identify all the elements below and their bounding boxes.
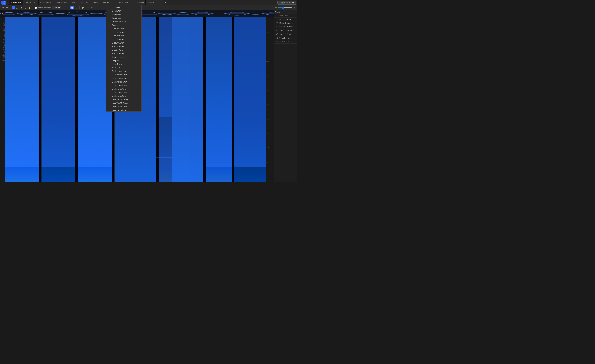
chain-dropdown-icon[interactable]: ▾ [295,11,296,13]
db-label-minus55: -5.5 [0,30,5,31]
file-item-harm2[interactable]: Lead Harm 2.wav [106,108,142,112]
tabs-overflow-btn[interactable]: ▾ [163,1,167,4]
db-label-minus25b: -2.5 [0,57,5,58]
tab-tambourine[interactable]: Tambou...e.wav [146,0,163,5]
db-label-minus6: -6 [0,31,5,32]
spectrogram-view-btn[interactable]: ▦ [70,6,74,9]
db-label-minus25: -2.5 [0,22,5,24]
file-item-tom2[interactable]: Tom2.wav [106,16,142,20]
file-item-elecgtr2[interactable]: ElecGtr2.wav [106,30,142,34]
module-interpolate[interactable]: Interpolate [274,14,298,18]
tab-close-bass[interactable]: ✕ [11,2,12,4]
gain-select[interactable]: Gain [51,6,61,9]
svg-rect-44 [277,37,277,38]
file-item-bvox3[interactable]: BackingVox3.wav [106,77,142,80]
file-item-harm1[interactable]: Lead Harm 1.wav [106,105,142,108]
freq-select-btn[interactable]: ▣ [20,6,23,9]
db-label-minus12: -12 [0,39,5,40]
module-wow-flutter[interactable]: Wow & Flutter [274,40,298,43]
mouth-declick-label: Mouth De-click [279,18,291,20]
file-item-elecgtr7[interactable]: ElecGtr7.wav [106,48,142,52]
time-select-btn[interactable]: ⬚ [15,6,19,9]
db-label-minus16: -16 [0,42,5,43]
tab-label-tambourine: Tambou...e.wav [147,2,161,4]
file-item-bvox2[interactable]: BackingVox2.wav [106,73,142,77]
svg-rect-17 [232,17,234,182]
file-item-bass[interactable]: Bass.wav [106,23,142,27]
module-music-rebalance[interactable]: Music Rebalance [274,21,298,25]
waveform-view-btn[interactable]: ▬▬ [64,6,69,9]
file-item-keys1[interactable]: Keys 1.wav [106,62,142,66]
module-spectral-recovery[interactable]: Spectral Recovery [274,29,298,32]
file-item-bvox6[interactable]: BackingVox6.wav [106,87,142,91]
db-label-minus35b: -3.5 [0,56,5,57]
file-item-bvox7[interactable]: BackingVox7.wav [106,91,142,94]
tab-elecgtr5[interactable]: ElecGtr5.wav [85,0,100,5]
file-item-bvox8[interactable]: BackingVox8.wav [106,94,142,98]
tab-elecgtr6[interactable]: ElecGtr6.wav [100,0,115,5]
pan-tool-btn[interactable]: ✋ [28,6,32,9]
svg-rect-20 [42,17,75,168]
content-wrapper: dB -1 -1.5 -2 -2.5 -3 -3.5 -4 -4.5 -5 -5… [0,10,298,182]
file-item-elecgtr1[interactable]: ElecGtr1.wav [106,27,142,30]
file-item-elecgtr6[interactable]: ElecGtr6.wav [106,45,142,48]
tab-elecgtr1[interactable]: ElecGtr1.wav [23,0,38,5]
db-label-minus13: -13 [0,40,5,41]
zoom-slider[interactable] [278,7,292,8]
tab-elecgtr7[interactable]: ElecGtr7.wav [115,0,130,5]
chain-label: Chain [275,11,280,13]
file-item-bvox4[interactable]: BackingVox4.wav [106,80,142,84]
repair-assistant-button[interactable]: Repair Assistant [277,1,296,5]
pencil-btn[interactable]: ✏ [90,6,94,9]
file-item-snare[interactable]: Snare.wav [106,9,142,13]
file-item-keys2[interactable]: Keys 2.wav [106,66,142,70]
freq-label-5k: -5k [266,133,274,134]
svg-rect-23 [159,17,172,117]
snip-btn[interactable]: ✂ [86,6,89,9]
combined-view-btn[interactable]: ⊞ [75,6,78,9]
zoom-out-h-btn[interactable]: ⊖ [274,6,278,9]
undo-btn[interactable]: ↩ [1,6,5,9]
file-item-kick[interactable]: Kick.wav [106,6,142,9]
file-item-loop[interactable]: Loop.wav [106,59,142,62]
zoom-in-h-btn[interactable]: ⊕ [293,6,297,9]
spectral-denoise-icon [276,26,278,28]
module-voice-denoise[interactable]: Voice De-noise [274,36,298,40]
module-spectral-repair[interactable]: Spectral Repair [274,32,298,36]
db-label-minus45b: -4.5 [0,55,5,56]
comment-btn[interactable]: 💬 [81,6,85,9]
tab-elecgtr8[interactable]: ElecGtr8.wav [130,0,146,5]
file-item-leadvox2[interactable]: LeadVoxDT 2.wav [106,101,142,105]
tab-elecgtr3[interactable]: ElecGtr3.wav [54,0,69,5]
file-item-elecgtr3[interactable]: ElecGtr3.wav [106,34,142,37]
chain-header[interactable]: Chain ▾ [274,10,298,14]
file-item-leadvox1[interactable]: LeadVoxDT 1.wav [106,98,142,101]
more-btn[interactable]: ⋯ [94,6,98,9]
tab-elecgtr2[interactable]: ElecGtr2.wav [39,0,54,5]
tab-elecgtr4[interactable]: ElecGtr4.wav [69,0,84,5]
db-label-minus8: -8 [0,34,5,35]
wow-flutter-label: Wow & Flutter [279,41,290,43]
redo-btn[interactable]: ↪ [5,6,9,9]
freq-label-20k: -20k [266,17,274,19]
file-item-bvox5[interactable]: BackingVox5.wav [106,84,142,87]
tabs-container: ✕ Bass.wav ElecGtr1.wav ElecGtr2.wav Ele… [9,0,277,5]
module-mouth-declick[interactable]: Mouth De-click [274,18,298,21]
file-item-bvox1[interactable]: BackingVox1.wav [106,70,142,73]
instant-process-checkbox[interactable] [35,7,37,9]
file-item-overheads[interactable]: Overheads.wav [106,20,142,23]
module-spectral-denoise[interactable]: Spectral De-noise [274,25,298,29]
file-item-elecgtr4[interactable]: ElecGtr4.wav [106,37,142,41]
toolbar-sep-2 [33,6,33,9]
file-item-elecgtr8[interactable]: ElecGtr8.wav [106,52,142,55]
db-label-minus05: -0.5 [0,60,5,61]
svg-rect-7 [75,17,78,182]
toolbar-sep-1 [10,6,10,9]
brush-tool-btn[interactable]: ◻ [24,6,27,9]
file-item-tambourine[interactable]: Tambourine.wav [106,55,142,59]
freq-label-12k: -12k [266,46,274,48]
file-item-elecgtr5[interactable]: ElecGtr5.wav [106,41,142,45]
tab-bass[interactable]: ✕ Bass.wav [9,0,23,5]
file-item-tom1[interactable]: Tom1.wav [106,13,142,16]
select-tool-btn[interactable]: ⊡ [12,6,15,9]
